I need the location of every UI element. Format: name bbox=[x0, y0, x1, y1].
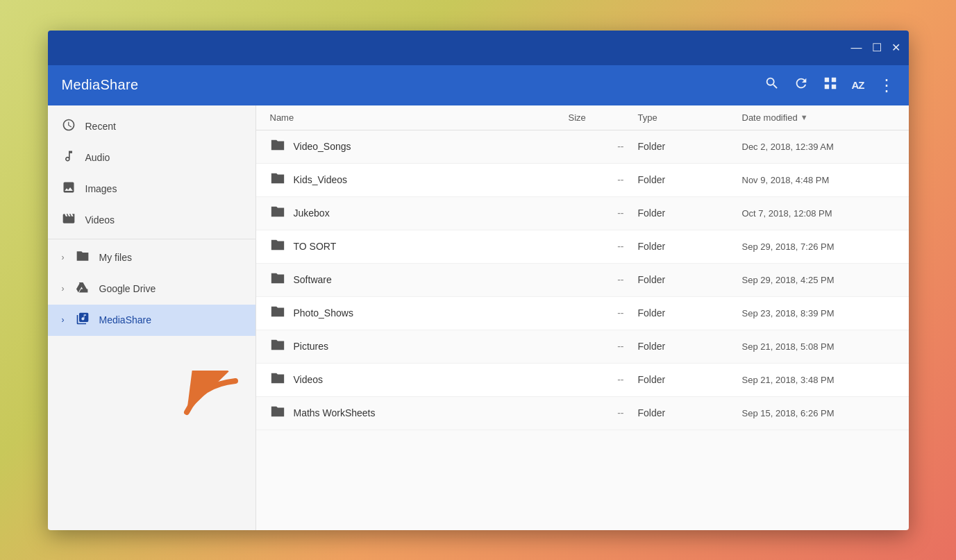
folder-icon bbox=[270, 304, 285, 323]
file-size: -- bbox=[569, 407, 638, 418]
file-date: Dec 2, 2018, 12:39 AM bbox=[742, 142, 895, 152]
table-header: Name Size Type Date modified ▼ bbox=[256, 105, 909, 130]
file-name: TO SORT bbox=[294, 241, 337, 252]
app-window: — ☐ ✕ MediaShare AZ ⋮ bbox=[48, 31, 909, 530]
file-name-cell: Maths WorkSheets bbox=[270, 404, 569, 423]
file-size: -- bbox=[569, 374, 638, 385]
file-name-cell: Videos bbox=[270, 371, 569, 389]
file-name-cell: Kids_Videos bbox=[270, 171, 569, 189]
maximize-button[interactable]: ☐ bbox=[872, 42, 882, 53]
file-name-cell: Pictures bbox=[270, 337, 569, 356]
app-title: MediaShare bbox=[62, 77, 139, 93]
folder-icon bbox=[270, 337, 285, 356]
grid-view-icon[interactable] bbox=[823, 76, 838, 94]
file-name: Photo_Shows bbox=[294, 307, 353, 319]
minimize-button[interactable]: — bbox=[851, 42, 862, 53]
search-icon[interactable] bbox=[764, 76, 780, 94]
sidebar-label-recent: Recent bbox=[85, 121, 116, 132]
table-row[interactable]: Videos -- Folder Sep 21, 2018, 3:48 PM bbox=[256, 364, 909, 397]
folder-icon bbox=[270, 204, 285, 223]
file-size: -- bbox=[569, 341, 638, 352]
main-content: Recent Audio Images Videos bbox=[48, 105, 909, 530]
folder-icon bbox=[270, 271, 285, 289]
sidebar-item-mediashare[interactable]: › MediaShare bbox=[48, 305, 255, 336]
sidebar: Recent Audio Images Videos bbox=[48, 105, 256, 530]
file-name-cell: Video_Songs bbox=[270, 137, 569, 156]
sidebar-label-images: Images bbox=[85, 183, 117, 194]
file-size: -- bbox=[569, 307, 638, 319]
sidebar-item-myfiles[interactable]: › My files bbox=[48, 242, 255, 273]
table-row[interactable]: Photo_Shows -- Folder Sep 23, 2018, 8:39… bbox=[256, 297, 909, 330]
table-row[interactable]: TO SORT -- Folder Sep 29, 2018, 7:26 PM bbox=[256, 230, 909, 264]
file-type: Folder bbox=[638, 407, 742, 418]
folder-icon bbox=[270, 404, 285, 423]
mediashare-icon bbox=[76, 312, 90, 329]
window-controls: — ☐ ✕ bbox=[851, 42, 900, 53]
file-name-cell: TO SORT bbox=[270, 237, 569, 256]
file-date: Sep 23, 2018, 8:39 PM bbox=[742, 308, 895, 319]
col-header-date[interactable]: Date modified ▼ bbox=[742, 112, 895, 123]
sidebar-label-videos: Videos bbox=[85, 214, 115, 226]
file-type: Folder bbox=[638, 374, 742, 385]
header-actions: AZ ⋮ bbox=[764, 76, 895, 94]
mediashare-chevron: › bbox=[62, 315, 65, 325]
clock-icon bbox=[62, 118, 76, 135]
file-name: Kids_Videos bbox=[294, 174, 348, 185]
file-type: Folder bbox=[638, 274, 742, 285]
video-icon bbox=[62, 212, 76, 229]
col-header-name[interactable]: Name bbox=[270, 112, 569, 123]
col-header-type[interactable]: Type bbox=[638, 112, 742, 123]
file-name-cell: Photo_Shows bbox=[270, 304, 569, 323]
table-row[interactable]: Software -- Folder Sep 29, 2018, 4:25 PM bbox=[256, 264, 909, 297]
table-row[interactable]: Pictures -- Folder Sep 21, 2018, 5:08 PM bbox=[256, 330, 909, 364]
sidebar-item-images[interactable]: Images bbox=[48, 173, 255, 205]
sidebar-item-audio[interactable]: Audio bbox=[48, 142, 255, 173]
sidebar-label-audio: Audio bbox=[85, 152, 110, 163]
file-date: Nov 9, 2018, 4:48 PM bbox=[742, 175, 895, 185]
refresh-icon[interactable] bbox=[794, 76, 809, 94]
table-row[interactable]: Video_Songs -- Folder Dec 2, 2018, 12:39… bbox=[256, 130, 909, 164]
file-size: -- bbox=[569, 174, 638, 185]
sidebar-item-recent[interactable]: Recent bbox=[48, 111, 255, 142]
file-name: Maths WorkSheets bbox=[294, 407, 376, 418]
file-date: Sep 29, 2018, 7:26 PM bbox=[742, 241, 895, 252]
sort-arrow-icon: ▼ bbox=[800, 113, 808, 121]
title-bar: — ☐ ✕ bbox=[48, 31, 909, 65]
file-date: Sep 29, 2018, 4:25 PM bbox=[742, 275, 895, 285]
folder-icon bbox=[270, 137, 285, 156]
file-size: -- bbox=[569, 274, 638, 285]
file-size: -- bbox=[569, 241, 638, 252]
myfiles-folder-icon bbox=[76, 249, 90, 266]
sidebar-item-googledrive[interactable]: › Google Drive bbox=[48, 273, 255, 305]
sidebar-label-mediashare: MediaShare bbox=[99, 314, 152, 325]
googledrive-icon bbox=[76, 280, 90, 298]
table-row[interactable]: Jukebox -- Folder Oct 7, 2018, 12:08 PM bbox=[256, 197, 909, 230]
sort-az-icon[interactable]: AZ bbox=[852, 79, 864, 91]
sidebar-divider-1 bbox=[48, 239, 255, 239]
file-name-cell: Software bbox=[270, 271, 569, 289]
app-header: MediaShare AZ ⋮ bbox=[48, 65, 909, 105]
more-options-icon[interactable]: ⋮ bbox=[878, 77, 895, 94]
sidebar-item-videos[interactable]: Videos bbox=[48, 205, 255, 236]
audio-icon bbox=[62, 149, 76, 167]
image-icon bbox=[62, 180, 76, 198]
file-date: Oct 7, 2018, 12:08 PM bbox=[742, 208, 895, 219]
file-name: Video_Songs bbox=[294, 141, 351, 152]
sidebar-label-googledrive: Google Drive bbox=[99, 283, 156, 294]
col-header-size[interactable]: Size bbox=[569, 112, 638, 123]
file-date: Sep 21, 2018, 5:08 PM bbox=[742, 341, 895, 352]
table-row[interactable]: Kids_Videos -- Folder Nov 9, 2018, 4:48 … bbox=[256, 164, 909, 197]
file-type: Folder bbox=[638, 207, 742, 219]
file-area: Name Size Type Date modified ▼ bbox=[256, 105, 909, 530]
file-type: Folder bbox=[638, 241, 742, 252]
file-name: Software bbox=[294, 274, 332, 285]
file-name: Pictures bbox=[294, 341, 329, 352]
table-row[interactable]: Maths WorkSheets -- Folder Sep 15, 2018,… bbox=[256, 397, 909, 430]
googledrive-chevron: › bbox=[62, 284, 65, 294]
sidebar-label-myfiles: My files bbox=[99, 252, 132, 263]
myfiles-chevron: › bbox=[62, 253, 65, 262]
file-size: -- bbox=[569, 207, 638, 219]
close-button[interactable]: ✕ bbox=[891, 42, 900, 53]
file-type: Folder bbox=[638, 141, 742, 152]
file-name: Videos bbox=[294, 374, 324, 385]
